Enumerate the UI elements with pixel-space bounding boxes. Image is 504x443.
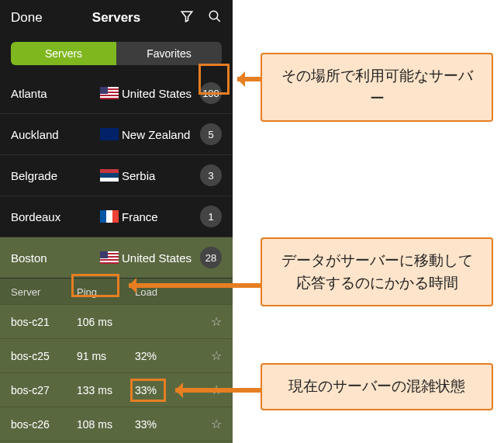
flag-icon (100, 251, 122, 264)
location-count: 100 (200, 82, 222, 104)
server-row[interactable]: bos-c21 106 ms ☆ (0, 304, 233, 338)
col-load: Load (135, 286, 222, 298)
svg-point-0 (209, 11, 218, 19)
location-city: Boston (11, 251, 100, 265)
server-list-screen: Done Servers Servers Favorites Atlanta U… (0, 0, 233, 443)
location-city: Belgrade (11, 169, 100, 182)
location-row[interactable]: Atlanta United States 100 (0, 73, 233, 114)
svg-line-1 (216, 18, 220, 22)
favorite-star-icon[interactable]: ☆ (211, 417, 222, 431)
location-count: 3 (200, 164, 222, 186)
done-button[interactable]: Done (11, 10, 43, 26)
location-country: New Zealand (122, 128, 200, 141)
server-load: 33% (135, 384, 211, 396)
location-count: 28 (200, 247, 222, 268)
arrow-1 (237, 77, 261, 81)
filter-icon[interactable] (180, 9, 194, 26)
server-ping: 91 ms (77, 350, 135, 362)
header-bar: Done Servers (0, 0, 233, 36)
server-ping: 106 ms (77, 316, 135, 328)
location-list: Atlanta United States 100 Auckland New Z… (0, 73, 233, 443)
location-count: 5 (200, 123, 222, 145)
tab-bar: Servers Favorites (0, 36, 233, 73)
callout-ping-time: データがサーバーに移動して応答するのにかかる時間 (261, 237, 493, 306)
callout-load: 現在のサーバーの混雑状態 (261, 363, 493, 410)
location-country: United States (122, 251, 200, 265)
col-ping: Ping (77, 286, 135, 298)
server-row[interactable]: bos-c25 91 ms 32% ☆ (0, 338, 233, 372)
search-icon[interactable] (208, 9, 222, 26)
flag-icon (100, 128, 122, 140)
location-city: Auckland (11, 128, 100, 141)
server-row[interactable]: bos-c27 133 ms 33% ☆ (0, 372, 233, 407)
tab-favorites[interactable]: Favorites (116, 42, 222, 65)
server-name: bos-c25 (11, 350, 77, 362)
location-city: Bordeaux (11, 210, 100, 223)
location-row-expanded[interactable]: Boston United States 28 (0, 237, 233, 279)
location-country: United States (122, 87, 200, 100)
flag-icon (100, 210, 122, 223)
location-city: Atlanta (11, 87, 100, 100)
server-column-header: Server Ping Load (0, 279, 233, 304)
callout-available-servers: その場所で利用可能なサーバー (261, 53, 493, 122)
favorite-star-icon[interactable]: ☆ (211, 382, 222, 397)
location-row[interactable]: Auckland New Zealand 5 (0, 114, 233, 155)
favorite-star-icon[interactable]: ☆ (211, 348, 222, 363)
location-row[interactable]: Belgrade Serbia 3 (0, 155, 233, 196)
server-name: bos-c21 (11, 316, 77, 328)
location-count: 1 (200, 206, 222, 227)
tab-servers[interactable]: Servers (11, 42, 116, 65)
server-name: bos-c26 (11, 418, 77, 431)
col-server: Server (11, 286, 77, 298)
server-ping: 108 ms (77, 418, 135, 431)
location-row[interactable]: Bordeaux France 1 (0, 196, 233, 237)
flag-icon (100, 169, 122, 182)
location-country: France (122, 210, 200, 223)
flag-icon (100, 87, 122, 99)
server-load: 32% (135, 350, 211, 362)
server-row[interactable]: bos-c26 108 ms 33% ☆ (0, 407, 233, 441)
server-name: bos-c27 (11, 384, 77, 396)
location-country: Serbia (122, 169, 200, 182)
server-ping: 133 ms (77, 384, 135, 396)
favorite-star-icon[interactable]: ☆ (211, 314, 222, 329)
server-load: 33% (135, 418, 211, 431)
